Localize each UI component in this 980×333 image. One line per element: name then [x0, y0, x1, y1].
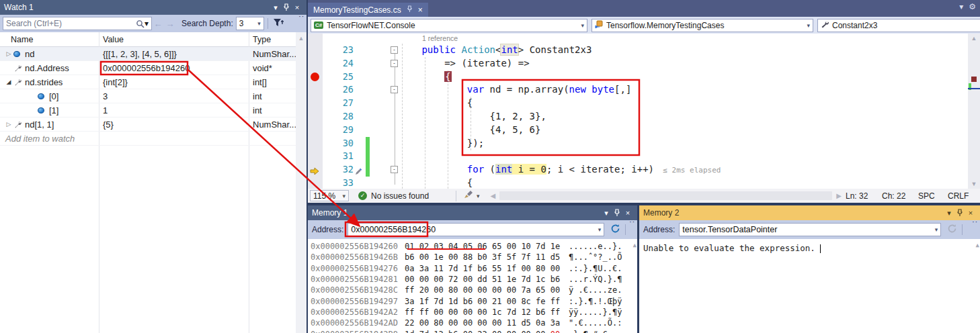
memory-hex[interactable]: ff ff 00 00 00 00 1c 7d 12 b6 ff	[405, 307, 569, 318]
zoom-combo[interactable]: 115 % ▾	[310, 190, 349, 201]
pin-icon[interactable]	[954, 207, 965, 218]
code-line[interactable]: 23 public Action<int> Constant2x3	[308, 44, 968, 57]
gear-icon[interactable]: ⚙	[969, 2, 976, 11]
add-watch-row[interactable]: Add item to watch	[0, 132, 296, 146]
scroll-up-icon[interactable]: ▲	[298, 35, 304, 42]
search-icon[interactable]	[136, 19, 145, 28]
watch-header-row[interactable]: Name Value Type	[0, 32, 296, 47]
code-line[interactable]: 28 {1, 2, 3},	[308, 110, 968, 124]
type-combo[interactable]: Tensorflow.MemoryTestingCases ▾	[591, 19, 813, 32]
memory-row[interactable]: 0x000002556B1942A2ff ff 00 00 00 00 1c 7…	[308, 307, 637, 318]
fold-collapse-icon[interactable]: -	[391, 60, 398, 67]
watch-value[interactable]: {[[1, 2, 3], [4, 5, 6]]}	[99, 49, 249, 59]
editor-scrollbar[interactable]: ▲ ▼	[968, 34, 980, 189]
tab-close-icon[interactable]: ×	[418, 5, 423, 15]
collapse-icon[interactable]: ◢	[4, 79, 13, 85]
scroll-right-icon[interactable]: ▶	[832, 192, 846, 199]
search-input[interactable]	[6, 19, 136, 28]
toolwindow-dropdown-icon[interactable]: ▾	[959, 2, 963, 11]
memory-row[interactable]: 0x000002556B19428100 00 00 72 00 dd 51 1…	[308, 274, 637, 285]
memory2-address-input[interactable]	[682, 225, 932, 234]
pin-icon[interactable]	[612, 207, 622, 218]
code-surface[interactable]: 1 reference 23 public Action<int> Consta…	[308, 34, 968, 189]
forward-icon[interactable]: →	[164, 19, 176, 29]
fold-collapse-icon[interactable]: -	[391, 46, 398, 54]
column-name[interactable]: Name	[0, 35, 99, 44]
toolbar-overflow-icon[interactable]: ˙˙	[629, 221, 635, 228]
toolbar-overflow-icon[interactable]: ˙˙	[972, 221, 978, 228]
memory-hex[interactable]: b6 00 1e 00 88 b0 3f 5f 7f 11 d5	[405, 252, 569, 263]
horizontal-scrollbar[interactable]: ◀ ▶	[487, 191, 846, 200]
issues-status[interactable]: No issues found	[371, 191, 429, 201]
breakpoint-icon[interactable]	[311, 73, 319, 81]
memory-row[interactable]: 0x000002556B19426001 02 03 04 05 06 65 0…	[308, 241, 637, 252]
code-cleanup-icon[interactable]	[464, 190, 474, 201]
code-line[interactable]: 33 {	[308, 177, 968, 189]
watch-row[interactable]: ◢nd.strides{int[2]}int[]	[0, 75, 296, 89]
memory-hex[interactable]: 00 00 00 72 00 dd 51 1e 7d 1c b6	[405, 274, 569, 285]
code-line[interactable]: 24 => (iterate) =>	[308, 57, 968, 70]
search-dropdown-icon[interactable]: ▾	[145, 19, 149, 28]
code-line[interactable]: 25 {	[308, 70, 968, 84]
expand-icon[interactable]: ▷	[4, 50, 13, 57]
codelens-references[interactable]: 1 reference	[422, 34, 458, 42]
codelens-row[interactable]: 1 reference	[308, 34, 968, 44]
cleanup-dropdown-icon[interactable]: ▾	[477, 193, 480, 199]
close-icon[interactable]: ×	[292, 2, 302, 13]
column-value[interactable]: Value	[99, 35, 249, 44]
watch-row[interactable]: ▷nd[1, 1]{5}NumShar...	[0, 117, 296, 132]
memory-hex[interactable]: ff 20 00 80 00 00 00 00 7a 65 00	[405, 285, 569, 295]
member-combo[interactable]: Constant2x3 ▾	[817, 19, 980, 32]
back-icon[interactable]: ←	[152, 19, 164, 29]
close-icon[interactable]: ×	[965, 207, 976, 218]
memory-row[interactable]: 0x000002556B19426Bb6 00 1e 00 88 b0 3f 5…	[308, 252, 637, 263]
health-check-icon[interactable]: ✓	[358, 191, 367, 200]
toolbar-overflow-icon[interactable]: ˙˙	[298, 15, 304, 23]
address-dropdown-icon[interactable]: ▾	[932, 226, 938, 233]
search-depth-combo[interactable]: 3 ▾	[236, 17, 264, 30]
scroll-up-icon[interactable]: ▲	[633, 242, 637, 248]
watch-value[interactable]: {5}	[99, 120, 249, 130]
expand-icon[interactable]: ▷	[4, 121, 13, 128]
memory-row[interactable]: 0x000002556B19428Cff 20 00 80 00 00 00 0…	[308, 285, 637, 295]
watch-row[interactable]: ▷nd{[[1, 2, 3], [4, 5, 6]]}NumShar...	[0, 47, 296, 61]
memory-hex[interactable]: 3a 1f 7d 1d b6 00 21 00 8c fe ff	[405, 296, 569, 307]
watch-value[interactable]: 1	[99, 105, 249, 115]
memory-row[interactable]: 0x000002556B1942B81d 7d 13 b6 00 23 00 8…	[308, 329, 637, 333]
memory-hex[interactable]: 0a 3a 11 7d 1f b6 55 1f 00 80 00	[405, 263, 569, 274]
pin-icon[interactable]	[281, 2, 292, 13]
memory-hex[interactable]: 01 02 03 04 05 06 65 00 10 7d 1e	[405, 241, 569, 252]
memory2-address-combo[interactable]: ▾	[679, 223, 941, 236]
window-menu-icon[interactable]: ▾	[270, 2, 281, 13]
scroll-up-icon[interactable]: ▲	[976, 242, 979, 248]
watch-titlebar[interactable]: Watch 1 ▾ ×	[0, 0, 307, 15]
watch-value[interactable]: 3	[99, 91, 249, 101]
memory1-address-combo[interactable]: ▾	[348, 223, 604, 236]
fold-collapse-icon[interactable]: -	[391, 166, 398, 173]
memory2-message-view[interactable]: Unable to evaluate the expression. ▲	[639, 239, 980, 333]
memory1-hex-view[interactable]: ▲ 0x000002556B19426001 02 03 04 05 06 65…	[308, 239, 637, 333]
code-line[interactable]: 29 {4, 5, 6}	[308, 124, 968, 137]
hscroll-track[interactable]	[499, 191, 832, 200]
project-combo[interactable]: C# TensorFlowNET.Console ▾	[311, 19, 587, 32]
memory-hex[interactable]: 1d 7d 13 b6 00 23 00 80 00 00 00	[405, 329, 569, 333]
memory-hex[interactable]: 22 00 80 00 00 00 00 11 d5 0a 3a	[405, 318, 569, 328]
watch-scrollbar[interactable]: ▲	[296, 32, 307, 333]
tab-memorytestingcases[interactable]: MemoryTestingCases.cs ×	[308, 3, 428, 17]
tab-pin-icon[interactable]	[407, 5, 413, 15]
code-line[interactable]: 32 for (int i = 0; i < iterate; i++) ≤ 2…	[308, 163, 968, 177]
watch-row[interactable]: [0]3int	[0, 89, 296, 103]
window-menu-icon[interactable]: ▾	[601, 207, 612, 218]
scroll-up-icon[interactable]: ▲	[968, 35, 980, 42]
memory-row[interactable]: 0x000002556B1942AD22 00 80 00 00 00 00 1…	[308, 318, 637, 328]
code-line[interactable]: 31	[308, 150, 968, 163]
fold-collapse-icon[interactable]: -	[391, 86, 398, 93]
status-eol[interactable]: CRLF	[948, 191, 975, 201]
column-type[interactable]: Type	[249, 35, 296, 44]
window-menu-icon[interactable]: ▾	[944, 207, 954, 218]
code-line[interactable]: 27 {	[308, 97, 968, 110]
memory-row[interactable]: 0x000002556B1942760a 3a 11 7d 1f b6 55 1…	[308, 263, 637, 274]
close-icon[interactable]: ×	[622, 207, 633, 218]
watch-row[interactable]: nd.Address0x000002556b194260void*	[0, 61, 296, 75]
refresh-icon[interactable]	[608, 224, 622, 236]
